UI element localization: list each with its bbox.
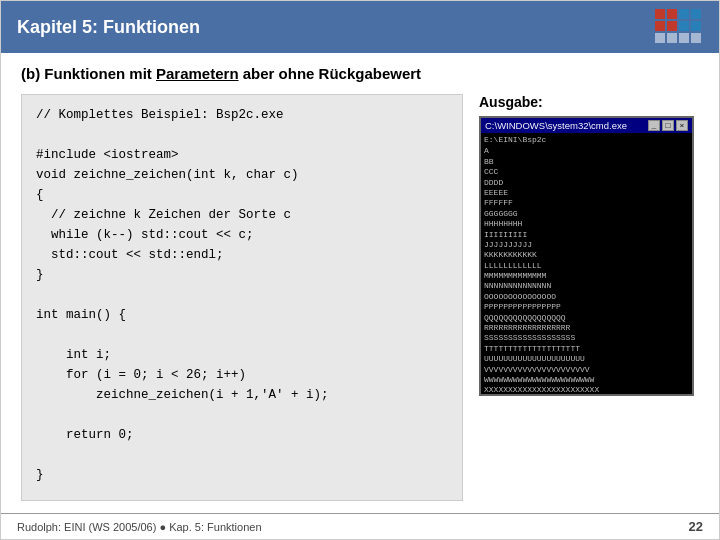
code-line12: return 0;: [51, 428, 134, 442]
terminal-output-lines: A BB CCC DDDD EEEEE FFFFFF GGGGGGG HHHHH…: [484, 146, 689, 394]
terminal-path-text: E:\EINI\Bsp2c: [484, 135, 546, 144]
subtitle-text2: aber ohne Rückgabewert: [243, 65, 421, 82]
header: Kapitel 5: Funktionen: [1, 1, 719, 53]
terminal-line-L: LLLLLLLLLLLL: [484, 261, 689, 271]
slide: Kapitel 5: Funktionen (b) Funktionen mit…: [0, 0, 720, 540]
svg-rect-8: [655, 33, 665, 43]
code-line6: std::cout << std::endl;: [36, 248, 224, 262]
code-comment: // Komplettes Beispiel: Bsp2c.exe: [36, 108, 284, 122]
code-line11: zeichne_zeichen(i + 1,'A' + i);: [66, 388, 329, 402]
svg-rect-5: [667, 21, 677, 31]
code-line5: while (k--) std::cout << c;: [36, 228, 254, 242]
terminal-line-E: EEEEE: [484, 188, 689, 198]
terminal-line-O: OOOOOOOOOOOOOOO: [484, 292, 689, 302]
subtitle-underlined: Parametern: [156, 65, 239, 82]
svg-rect-1: [667, 9, 677, 19]
terminal-line-B: BB: [484, 157, 689, 167]
terminal-line-Q: QQQQQQQQQQQQQQQQQ: [484, 313, 689, 323]
terminal-line-J: JJJJJJJJJJ: [484, 240, 689, 250]
terminal-window: C:\WINDOWS\system32\cmd.exe _ □ × E:\EIN…: [479, 116, 694, 396]
main-content: (b) Funktionen mit Parametern aber ohne …: [1, 53, 719, 513]
output-section: Ausgabe: C:\WINDOWS\system32\cmd.exe _ □…: [479, 94, 699, 501]
terminal-line-X: XXXXXXXXXXXXXXXXXXXXXXXX: [484, 385, 689, 394]
terminal-title: C:\WINDOWS\system32\cmd.exe: [485, 120, 627, 131]
output-label: Ausgabe:: [479, 94, 699, 110]
terminal-line-K: KKKKKKKKKKK: [484, 250, 689, 260]
header-title: Kapitel 5: Funktionen: [17, 17, 200, 38]
subtitle-prefix: (b): [21, 65, 44, 82]
code-line3: {: [36, 188, 44, 202]
code-line2: void zeichne_zeichen(int k, char c): [36, 168, 299, 182]
code-line4: // zeichne k Zeichen der Sorte c: [36, 208, 291, 222]
terminal-line-P: PPPPPPPPPPPPPPPP: [484, 302, 689, 312]
terminal-line-S: SSSSSSSSSSSSSSSSSSS: [484, 333, 689, 343]
subtitle-text1: Funktionen mit: [44, 65, 152, 82]
terminal-line-U: UUUUUUUUUUUUUUUUUUUUU: [484, 354, 689, 364]
terminal-line-D: DDDD: [484, 178, 689, 188]
terminal-line-M: MMMMMMMMMMMMM: [484, 271, 689, 281]
footer: Rudolph: EINI (WS 2005/06) ● Kap. 5: Fun…: [1, 513, 719, 539]
terminal-line-T: TTTTTTTTTTTTTTTTTTTT: [484, 344, 689, 354]
terminal-close-button[interactable]: ×: [676, 120, 688, 131]
terminal-line-A: A: [484, 146, 689, 156]
terminal-path: E:\EINI\Bsp2c: [484, 135, 689, 145]
content-area: // Komplettes Beispiel: Bsp2c.exe #inclu…: [21, 94, 699, 501]
svg-rect-4: [655, 21, 665, 31]
svg-rect-6: [679, 21, 689, 31]
terminal-line-N: NNNNNNNNNNNNNN: [484, 281, 689, 291]
svg-rect-9: [667, 33, 677, 43]
code-line8: int main() {: [36, 308, 126, 322]
terminal-line-I: IIIIIIIII: [484, 230, 689, 240]
svg-rect-3: [691, 9, 701, 19]
code-block: // Komplettes Beispiel: Bsp2c.exe #inclu…: [21, 94, 463, 501]
header-logo-icon: [655, 9, 703, 45]
terminal-line-C: CCC: [484, 167, 689, 177]
terminal-controls: _ □ ×: [648, 120, 688, 131]
svg-rect-2: [679, 9, 689, 19]
code-line10: for (i = 0; i < 26; i++): [51, 368, 246, 382]
code-line7: }: [36, 268, 44, 282]
footer-page-number: 22: [689, 519, 703, 534]
terminal-line-W: WWWWWWWWWWWWWWWWWWWWWWW: [484, 375, 689, 385]
svg-rect-0: [655, 9, 665, 19]
terminal-titlebar: C:\WINDOWS\system32\cmd.exe _ □ ×: [481, 118, 692, 133]
subtitle: (b) Funktionen mit Parametern aber ohne …: [21, 65, 699, 82]
terminal-line-R: RRRRRRRRRRRRRRRRRR: [484, 323, 689, 333]
terminal-maximize-button[interactable]: □: [662, 120, 674, 131]
svg-rect-11: [691, 33, 701, 43]
terminal-line-G: GGGGGGG: [484, 209, 689, 219]
code-line13: }: [36, 468, 44, 482]
terminal-line-V: VVVVVVVVVVVVVVVVVVVVVV: [484, 365, 689, 375]
code-line1: #include <iostream>: [36, 148, 179, 162]
svg-rect-7: [691, 21, 701, 31]
code-line9: int i;: [51, 348, 111, 362]
terminal-line-H: HHHHHHHH: [484, 219, 689, 229]
footer-left: Rudolph: EINI (WS 2005/06) ● Kap. 5: Fun…: [17, 521, 262, 533]
terminal-body: E:\EINI\Bsp2c A BB CCC DDDD EEEEE FFFFFF…: [481, 133, 692, 394]
terminal-line-F: FFFFFF: [484, 198, 689, 208]
svg-rect-10: [679, 33, 689, 43]
terminal-minimize-button[interactable]: _: [648, 120, 660, 131]
